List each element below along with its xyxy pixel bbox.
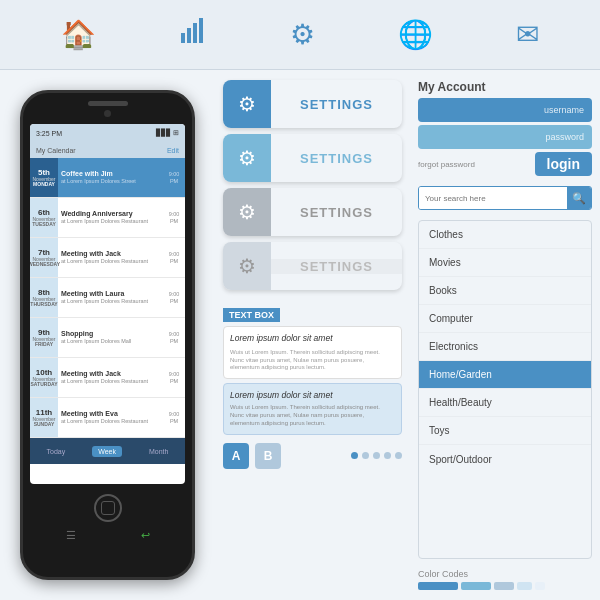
category-item-electronics[interactable]: Electronics bbox=[419, 333, 591, 361]
mail-icon[interactable]: ✉ bbox=[516, 18, 539, 51]
calendar-item[interactable]: 7th November WEDNESDAY Meeting with Jack… bbox=[30, 238, 185, 278]
calendar-edit[interactable]: Edit bbox=[167, 147, 179, 154]
cal-date-day: SATURDAY bbox=[31, 382, 58, 387]
color-codes-section: Color Codes bbox=[418, 569, 592, 590]
search-button[interactable]: 🔍 bbox=[567, 187, 591, 209]
cal-sub: at Lorem Ipsum Dolores Restaurant bbox=[61, 298, 160, 305]
cal-body: Shopping at Lorem Ipsum Dolores Mall bbox=[58, 318, 163, 357]
login-button[interactable]: login bbox=[535, 152, 592, 176]
color-bar-3 bbox=[494, 582, 514, 590]
cal-body: Meeting with Jack at Lorem Ipsum Dolores… bbox=[58, 358, 163, 397]
textbox-content: Lorem ipsum dolor sit amet Wuis ut Lorem… bbox=[223, 326, 402, 379]
cal-title: Coffee with Jim bbox=[61, 170, 160, 178]
cal-date: 5th November MONDAY bbox=[30, 158, 58, 197]
pagination-dot-3[interactable] bbox=[373, 452, 380, 459]
calendar-item[interactable]: 8th November THURSDAY Meeting with Laura… bbox=[30, 278, 185, 318]
cal-time-text: 9:00PM bbox=[169, 331, 180, 344]
pagination-dot-1[interactable] bbox=[351, 452, 358, 459]
category-item-movies[interactable]: Movies bbox=[419, 249, 591, 277]
category-item-health-beauty[interactable]: Health/Beauty bbox=[419, 389, 591, 417]
phone-screen: 3:25 PM ▊▊▊ ⊞ My Calendar Edit 5th Novem… bbox=[30, 124, 185, 484]
category-item-books[interactable]: Books bbox=[419, 277, 591, 305]
phone-time: 3:25 PM bbox=[36, 130, 62, 137]
pagination-dot-5[interactable] bbox=[395, 452, 402, 459]
settings-label-1: SETTINGS bbox=[271, 97, 402, 112]
cal-sub: at Lorem Ipsum Dolores Mall bbox=[61, 338, 160, 345]
cal-sub: at Lorem Ipsum Dolores Restaurant bbox=[61, 218, 160, 225]
pagination-dot-4[interactable] bbox=[384, 452, 391, 459]
cal-sub: at Lorem Ipsum Dolores Restaurant bbox=[61, 258, 160, 265]
settings-button-2[interactable]: ⚙ SETTINGS bbox=[223, 134, 402, 182]
cal-body: Meeting with Eva at Lorem Ipsum Dolores … bbox=[58, 398, 163, 437]
search-input[interactable] bbox=[419, 187, 567, 209]
cal-date-day: FRIDAY bbox=[35, 342, 53, 347]
settings-button-1[interactable]: ⚙ SETTINGS bbox=[223, 80, 402, 128]
password-field[interactable]: password bbox=[418, 125, 592, 149]
forgot-password-link[interactable]: forgot password bbox=[418, 160, 475, 169]
phone-back-icon[interactable]: ↩ bbox=[141, 529, 150, 542]
cal-title: Wedding Anniversary bbox=[61, 210, 160, 218]
search-bar: 🔍 bbox=[418, 186, 592, 210]
account-actions: forgot password login bbox=[418, 152, 592, 176]
svg-rect-0 bbox=[181, 33, 185, 43]
cal-time-text: 9:00PM bbox=[169, 211, 180, 224]
phone-tab-month[interactable]: Month bbox=[143, 446, 174, 457]
phone-tab-week[interactable]: Week bbox=[92, 446, 122, 457]
cal-time: 9:00PM bbox=[163, 318, 185, 357]
textbox2-main-text: Lorem ipsum dolor sit amet bbox=[230, 390, 395, 400]
calendar-item[interactable]: 6th November TUESDAY Wedding Anniversary… bbox=[30, 198, 185, 238]
cal-date: 6th November TUESDAY bbox=[30, 198, 58, 237]
color-bar-2 bbox=[461, 582, 491, 590]
textbox-content2: Lorem ipsum dolor sit amet Wuis ut Lorem… bbox=[223, 383, 402, 434]
phone-tab-today[interactable]: Today bbox=[41, 446, 72, 457]
category-item-home-garden[interactable]: Home/Garden bbox=[419, 361, 591, 389]
settings-icon-3: ⚙ bbox=[223, 188, 271, 236]
calendar-item[interactable]: 5th November MONDAY Coffee with Jim at L… bbox=[30, 158, 185, 198]
category-item-toys[interactable]: Toys bbox=[419, 417, 591, 445]
calendar-item[interactable]: 10th November SATURDAY Meeting with Jack… bbox=[30, 358, 185, 398]
color-bar-5 bbox=[535, 582, 545, 590]
ab-buttons: AB bbox=[223, 443, 281, 469]
phone-home-button[interactable] bbox=[94, 494, 122, 522]
category-item-computer[interactable]: Computer bbox=[419, 305, 591, 333]
cal-body: Wedding Anniversary at Lorem Ipsum Dolor… bbox=[58, 198, 163, 237]
ab-button-a[interactable]: A bbox=[223, 443, 249, 469]
phone-bottom-icons: ☰ ↩ bbox=[23, 527, 192, 544]
category-item-clothes[interactable]: Clothes bbox=[419, 221, 591, 249]
calendar-item[interactable]: 9th November FRIDAY Shopping at Lorem Ip… bbox=[30, 318, 185, 358]
cal-time: 9:00PM bbox=[163, 238, 185, 277]
phone-section: 3:25 PM ▊▊▊ ⊞ My Calendar Edit 5th Novem… bbox=[0, 70, 215, 600]
svg-rect-3 bbox=[199, 18, 203, 43]
svg-rect-1 bbox=[187, 28, 191, 43]
pagination-dot-2[interactable] bbox=[362, 452, 369, 459]
textbox2-body: Wuis ut Lorem Ipsum. Therein sollicitud … bbox=[230, 404, 395, 427]
textbox-section: TEXT BOX Lorem ipsum dolor sit amet Wuis… bbox=[223, 304, 402, 469]
account-title: My Account bbox=[418, 80, 592, 94]
phone-menu-icon[interactable]: ☰ bbox=[66, 529, 76, 542]
home-icon[interactable]: 🏠 bbox=[61, 18, 96, 51]
textbox-body: Wuis ut Lorem Ipsum. Therein sollicitud … bbox=[230, 349, 395, 372]
phone-home-inner bbox=[101, 501, 115, 515]
settings-label-2: SETTINGS bbox=[271, 151, 402, 166]
category-item-sport-outdoor[interactable]: Sport/Outdoor bbox=[419, 445, 591, 473]
calendar-list: 5th November MONDAY Coffee with Jim at L… bbox=[30, 158, 185, 438]
cal-title: Shopping bbox=[61, 330, 160, 338]
textbox-main-text: Lorem ipsum dolor sit amet bbox=[230, 333, 395, 345]
settings-button-4[interactable]: ⚙ SETTINGS bbox=[223, 242, 402, 290]
cal-time-text: 9:00PM bbox=[169, 371, 180, 384]
calendar-title: My Calendar bbox=[36, 147, 76, 154]
cal-sub: at Lorem Ipsum Dolores Restaurant bbox=[61, 378, 160, 385]
signal-icon[interactable] bbox=[179, 17, 207, 52]
gear-icon[interactable]: ⚙ bbox=[290, 18, 315, 51]
cal-title: Meeting with Eva bbox=[61, 410, 160, 418]
globe-icon[interactable]: 🌐 bbox=[398, 18, 433, 51]
username-field[interactable]: username bbox=[418, 98, 592, 122]
settings-button-3[interactable]: ⚙ SETTINGS bbox=[223, 188, 402, 236]
cal-date-day: MONDAY bbox=[33, 182, 55, 187]
ab-button-b[interactable]: B bbox=[255, 443, 281, 469]
cal-date-day: WEDNESDAY bbox=[30, 262, 60, 267]
middle-section: ⚙ SETTINGS ⚙ SETTINGS ⚙ SETTINGS ⚙ SETTI… bbox=[215, 70, 410, 600]
cal-time-text: 9:00PM bbox=[169, 411, 180, 424]
calendar-item[interactable]: 11th November SUNDAY Meeting with Eva at… bbox=[30, 398, 185, 438]
settings-icon-1: ⚙ bbox=[223, 80, 271, 128]
